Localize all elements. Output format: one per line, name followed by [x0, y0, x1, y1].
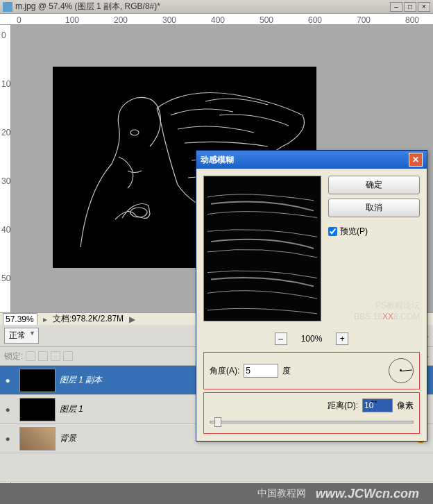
watermark: PS教程论坛 BBS.16XX8.COM	[328, 300, 420, 321]
doc-size: 文档:978.2K/2.87M	[53, 313, 124, 325]
layer-thumbnail[interactable]	[19, 369, 56, 392]
angle-group: 角度(A): 度	[203, 352, 420, 389]
zoom-field[interactable]: 57.39%	[3, 313, 37, 326]
maximize-button[interactable]: □	[404, 2, 416, 12]
ruler-horizontal: 0 100 200 300 400 500 600 700 800	[0, 14, 433, 25]
angle-input[interactable]	[244, 364, 278, 378]
ruler-tick: 100	[65, 15, 79, 25]
lock-label: 锁定:	[4, 351, 23, 362]
dialog-titlebar[interactable]: 动感模糊 ✕	[196, 151, 427, 169]
window-title: m.jpg @ 57.4% (图层 1 副本, RGB/8#)*	[15, 1, 390, 12]
preview-image[interactable]	[203, 176, 321, 321]
distance-label: 距离(D):	[328, 400, 358, 412]
lock-paint-icon[interactable]	[38, 351, 48, 361]
ruler-tick: 700	[357, 15, 371, 25]
visibility-icon[interactable]: ●	[0, 376, 15, 385]
distance-unit: 像素	[397, 400, 414, 412]
preview-checkbox[interactable]: 预览(P)	[328, 226, 420, 237]
ok-button[interactable]: 确定	[328, 176, 420, 194]
cancel-button[interactable]: 取消	[328, 199, 420, 217]
lock-all-icon[interactable]	[63, 351, 73, 361]
layer-name[interactable]: 图层 1 副本	[60, 374, 102, 386]
dialog-close-button[interactable]: ✕	[409, 153, 423, 167]
chevron-right-icon[interactable]: ▶	[129, 314, 135, 324]
svg-rect-3	[204, 176, 321, 321]
minimize-button[interactable]: –	[390, 2, 402, 12]
layer-thumbnail[interactable]	[19, 398, 56, 421]
preview-checkbox-input[interactable]	[328, 227, 337, 236]
distance-group: 距离(D): ↔ 像素	[203, 392, 420, 434]
ruler-tick: 600	[308, 15, 322, 25]
watermark-cn: 中国教程网	[257, 487, 306, 500]
layer-name[interactable]: 背景	[60, 432, 76, 444]
zoom-percent: 100%	[301, 334, 323, 344]
angle-unit: 度	[282, 365, 291, 377]
layer-name[interactable]: 图层 1	[60, 403, 83, 415]
preview-label: 预览(P)	[340, 226, 368, 237]
ruler-tick: 500	[260, 15, 273, 25]
slider-handle[interactable]	[214, 417, 221, 427]
lock-position-icon[interactable]	[51, 351, 60, 361]
layer-thumbnail[interactable]	[19, 427, 56, 451]
angle-dial[interactable]	[389, 358, 414, 383]
lock-transparency-icon[interactable]	[26, 351, 35, 361]
app-icon	[3, 2, 12, 12]
window-titlebar: m.jpg @ 57.4% (图层 1 副本, RGB/8#)* – □ ×	[0, 0, 433, 14]
ruler-tick: 400	[211, 15, 225, 25]
ruler-tick: 300	[162, 15, 176, 25]
footer-watermark: 中国教程网 www.JCWcn.com	[0, 483, 433, 504]
blend-mode-select[interactable]: 正常	[4, 328, 39, 344]
chevron-right-icon[interactable]: ▸	[43, 314, 47, 324]
close-button[interactable]: ×	[418, 2, 430, 12]
watermark-url: www.JCWcn.com	[316, 487, 419, 501]
zoom-in-button[interactable]: +	[336, 333, 348, 345]
ruler-tick: 200	[114, 15, 128, 25]
ruler-tick: 0	[1, 31, 6, 40]
ruler-tick: 0	[17, 15, 22, 25]
visibility-icon[interactable]: ●	[0, 405, 15, 414]
cursor-icon: ↔	[369, 396, 379, 407]
visibility-icon[interactable]: ●	[0, 434, 15, 444]
motion-blur-dialog: 动感模糊 ✕ 确定 取消 预览(P) PS教程论坛 BBS.16XX8.COM	[196, 150, 427, 442]
distance-slider[interactable]	[210, 421, 414, 423]
dialog-title: 动感模糊	[201, 154, 234, 166]
zoom-out-button[interactable]: –	[275, 333, 287, 345]
angle-label: 角度(A):	[210, 365, 239, 377]
ruler-tick: 800	[405, 15, 419, 25]
layer-row-empty	[0, 453, 433, 482]
